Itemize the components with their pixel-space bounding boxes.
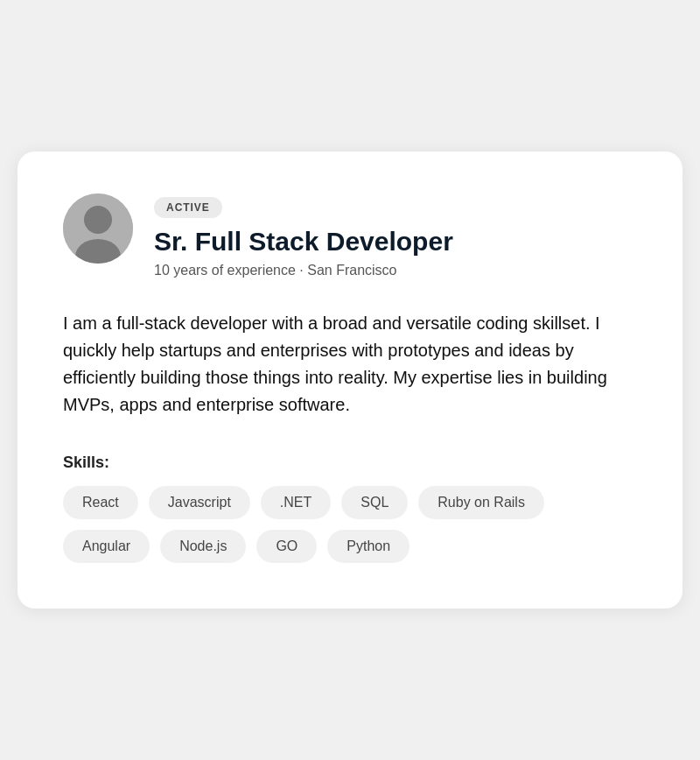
skills-section: Skills: ReactJavascript.NETSQLRuby on Ra… bbox=[63, 454, 637, 563]
skill-tag: .NET bbox=[261, 486, 331, 519]
skills-label: Skills: bbox=[63, 454, 637, 472]
skills-tags: ReactJavascript.NETSQLRuby on RailsAngul… bbox=[63, 486, 637, 563]
status-badge: ACTIVE bbox=[154, 197, 222, 218]
skill-tag: SQL bbox=[341, 486, 408, 519]
svg-point-1 bbox=[84, 206, 112, 234]
skill-tag: Node.js bbox=[160, 530, 246, 563]
job-title: Sr. Full Stack Developer bbox=[154, 227, 453, 257]
profile-meta: 10 years of experience · San Francisco bbox=[154, 263, 453, 278]
skill-tag: Javascript bbox=[149, 486, 250, 519]
profile-header: ACTIVE Sr. Full Stack Developer 10 years… bbox=[63, 194, 637, 278]
bio-text: I am a full-stack developer with a broad… bbox=[63, 310, 637, 419]
skill-tag: Angular bbox=[63, 530, 150, 563]
profile-card: ACTIVE Sr. Full Stack Developer 10 years… bbox=[18, 151, 682, 609]
skill-tag: Ruby on Rails bbox=[418, 486, 544, 519]
skill-tag: Python bbox=[327, 530, 410, 563]
header-info: ACTIVE Sr. Full Stack Developer 10 years… bbox=[154, 194, 453, 278]
avatar bbox=[63, 194, 133, 264]
skill-tag: React bbox=[63, 486, 138, 519]
skill-tag: GO bbox=[256, 530, 317, 563]
